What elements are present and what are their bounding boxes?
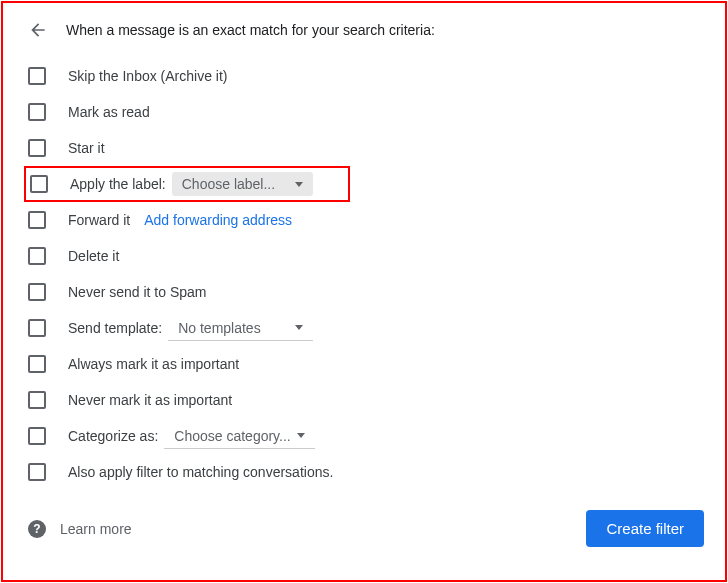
create-filter-button[interactable]: Create filter — [586, 510, 704, 547]
label-forward-it: Forward it — [68, 212, 130, 228]
label-delete-it: Delete it — [68, 248, 119, 264]
learn-more-link[interactable]: Learn more — [60, 521, 132, 537]
checkbox-skip-inbox[interactable] — [28, 67, 46, 85]
option-never-important: Never mark it as important — [28, 382, 704, 418]
chevron-down-icon — [297, 433, 305, 438]
back-arrow-icon[interactable] — [28, 20, 48, 40]
checkbox-always-important[interactable] — [28, 355, 46, 373]
dropdown-send-template[interactable]: No templates — [168, 316, 312, 341]
header-row: When a message is an exact match for you… — [28, 20, 704, 40]
footer-row: ? Learn more Create filter — [28, 510, 704, 547]
option-forward-it: Forward it Add forwarding address — [28, 202, 704, 238]
filter-actions-panel: When a message is an exact match for you… — [0, 0, 728, 565]
checkbox-mark-read[interactable] — [28, 103, 46, 121]
chevron-down-icon — [295, 325, 303, 330]
label-categorize-as: Categorize as: — [68, 428, 158, 444]
dropdown-send-template-text: No templates — [178, 320, 260, 336]
option-mark-read: Mark as read — [28, 94, 704, 130]
label-mark-read: Mark as read — [68, 104, 150, 120]
option-apply-label-highlight: Apply the label: Choose label... — [24, 166, 350, 202]
label-send-template: Send template: — [68, 320, 162, 336]
checkbox-categorize-as[interactable] — [28, 427, 46, 445]
option-send-template: Send template: No templates — [28, 310, 704, 346]
checkbox-forward-it[interactable] — [28, 211, 46, 229]
dropdown-categorize-text: Choose category... — [174, 428, 290, 444]
dropdown-categorize-as[interactable]: Choose category... — [164, 424, 314, 449]
help-icon[interactable]: ? — [28, 520, 46, 538]
label-never-important: Never mark it as important — [68, 392, 232, 408]
checkbox-send-template[interactable] — [28, 319, 46, 337]
dropdown-apply-label[interactable]: Choose label... — [172, 172, 313, 196]
option-list: Skip the Inbox (Archive it) Mark as read… — [24, 58, 704, 490]
option-also-apply: Also apply filter to matching conversati… — [28, 454, 704, 490]
checkbox-never-spam[interactable] — [28, 283, 46, 301]
label-never-spam: Never send it to Spam — [68, 284, 207, 300]
label-star-it: Star it — [68, 140, 105, 156]
header-title: When a message is an exact match for you… — [66, 22, 435, 38]
checkbox-also-apply[interactable] — [28, 463, 46, 481]
label-skip-inbox: Skip the Inbox (Archive it) — [68, 68, 228, 84]
option-categorize-as: Categorize as: Choose category... — [28, 418, 704, 454]
option-star-it: Star it — [28, 130, 704, 166]
dropdown-apply-label-text: Choose label... — [182, 176, 275, 192]
label-also-apply: Also apply filter to matching conversati… — [68, 464, 333, 480]
option-delete-it: Delete it — [28, 238, 704, 274]
option-skip-inbox: Skip the Inbox (Archive it) — [28, 58, 704, 94]
link-add-forwarding-address[interactable]: Add forwarding address — [144, 212, 292, 228]
checkbox-never-important[interactable] — [28, 391, 46, 409]
label-apply-label: Apply the label: — [70, 176, 166, 192]
option-always-important: Always mark it as important — [28, 346, 704, 382]
option-never-spam: Never send it to Spam — [28, 274, 704, 310]
checkbox-apply-label[interactable] — [30, 175, 48, 193]
label-always-important: Always mark it as important — [68, 356, 239, 372]
chevron-down-icon — [295, 182, 303, 187]
checkbox-star-it[interactable] — [28, 139, 46, 157]
checkbox-delete-it[interactable] — [28, 247, 46, 265]
